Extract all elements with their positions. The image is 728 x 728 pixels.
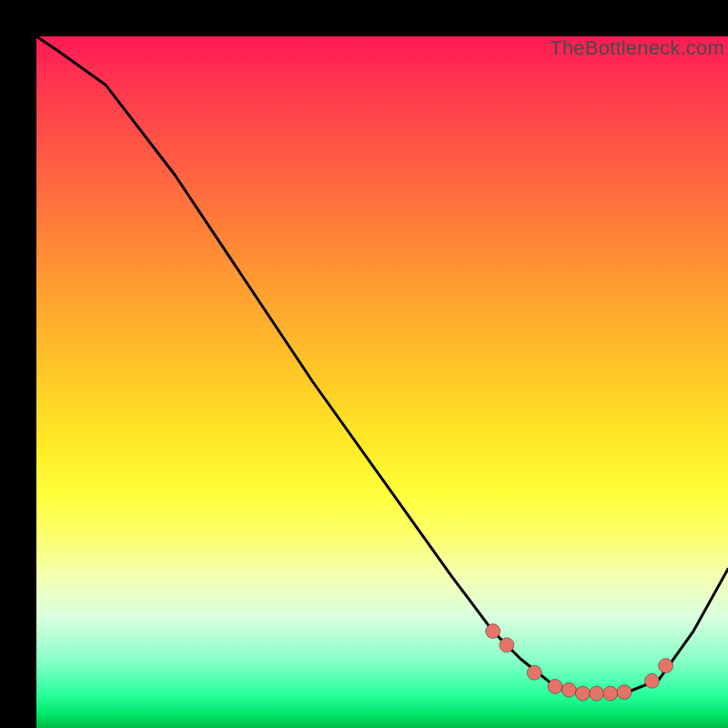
highlight-dot	[561, 682, 576, 697]
highlight-dot	[527, 665, 541, 680]
highlight-dot	[644, 673, 659, 688]
highlight-dot	[486, 624, 500, 639]
highlight-dot	[548, 679, 562, 693]
bottleneck-curve	[36, 36, 728, 693]
highlight-dot	[575, 686, 590, 701]
highlight-dot	[617, 685, 632, 700]
chart-frame: TheBottleneck.com	[0, 0, 728, 728]
highlight-dot	[590, 686, 604, 701]
chart-plot-area: TheBottleneck.com	[36, 36, 728, 728]
highlight-dot	[603, 686, 618, 701]
highlight-dot	[659, 659, 673, 673]
chart-svg	[36, 36, 728, 728]
highlight-dot	[500, 638, 514, 652]
highlight-dots-group	[486, 624, 673, 701]
